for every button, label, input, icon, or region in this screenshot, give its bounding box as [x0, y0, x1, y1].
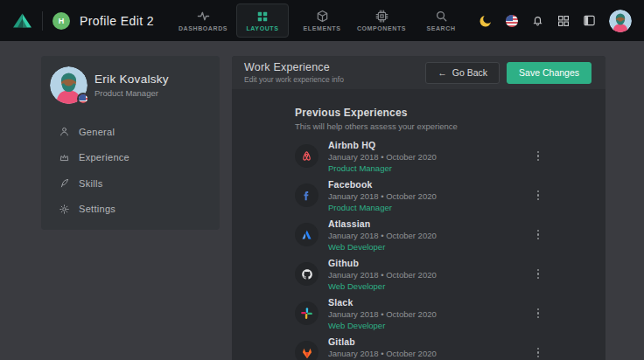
sidebar-item-settings[interactable]: Settings — [59, 197, 209, 223]
company-name: Slack — [328, 297, 437, 308]
experience-period: January 2018 • October 2020 — [328, 309, 437, 319]
crown-icon — [59, 152, 70, 163]
top-navbar: H Profile Edit 2 DASHBOARDS LAYOUTS — [0, 0, 644, 41]
experience-row: Slack January 2018 • October 2020 Web De… — [295, 294, 542, 333]
user-icon — [59, 126, 70, 137]
row-menu-button[interactable] — [534, 305, 543, 322]
company-name: Facebook — [328, 179, 437, 190]
company-logo — [295, 223, 318, 246]
experience-row: Github January 2018 • October 2020 Web D… — [295, 254, 542, 294]
nav-item-layouts[interactable]: LAYOUTS — [236, 3, 289, 38]
nav-item-elements[interactable]: ELEMENTS — [296, 3, 348, 38]
go-back-button[interactable]: ← Go Back — [425, 62, 500, 84]
company-logo — [295, 341, 318, 360]
experience-role: Product Manager — [328, 163, 437, 173]
experience-role: Web Developer — [328, 281, 437, 291]
company-logo — [295, 262, 318, 286]
experience-period: January 2018 • October 2020 — [328, 191, 437, 201]
row-menu-button[interactable] — [534, 344, 543, 360]
airbnb-icon — [300, 149, 313, 163]
sidebar-item-skills[interactable]: Skills — [59, 170, 209, 197]
company-name: Atlassian — [328, 218, 437, 229]
panel-subtitle: Edit your work experience info — [244, 75, 344, 84]
bell-icon[interactable] — [531, 14, 544, 27]
page-title: Profile Edit 2 — [80, 14, 154, 28]
layout-icon[interactable] — [583, 14, 596, 27]
experience-row: Airbnb HQ January 2018 • October 2020 Pr… — [295, 136, 542, 176]
company-name: Gitlab — [328, 336, 437, 347]
company-logo — [295, 301, 318, 325]
apps-icon[interactable] — [557, 15, 570, 27]
nav-item-dashboards[interactable]: DASHBOARDS — [177, 3, 229, 38]
row-menu-button[interactable] — [534, 187, 543, 204]
experience-period: January 2018 • October 2020 — [328, 152, 437, 162]
gitlab-icon — [300, 346, 314, 360]
box-icon — [316, 10, 329, 23]
brand-area: H Profile Edit 2 — [12, 11, 154, 31]
experience-role: Web Developer — [328, 321, 437, 330]
company-logo — [295, 183, 318, 207]
panel-header: Work Experience Edit your work experienc… — [232, 56, 606, 89]
panel-title: Work Experience — [244, 61, 344, 73]
app-logo-icon[interactable] — [12, 12, 32, 29]
sidebar-menu: General Experience Skills — [59, 119, 209, 222]
user-avatar[interactable] — [609, 10, 632, 32]
work-experience-panel: Work Experience Edit your work experienc… — [232, 56, 606, 360]
section-title: Previous Experiences — [295, 107, 606, 119]
moon-icon[interactable] — [479, 14, 493, 28]
github-icon — [300, 267, 314, 281]
cpu-icon — [375, 10, 388, 23]
experience-role: Web Developer — [328, 242, 437, 252]
row-menu-button[interactable] — [534, 148, 543, 165]
experience-period: January 2018 • October 2020 — [328, 270, 437, 280]
experience-list: Airbnb HQ January 2018 • October 2020 Pr… — [295, 136, 542, 360]
us-flag-icon[interactable] — [506, 15, 518, 27]
search-icon — [435, 10, 448, 23]
row-menu-button[interactable] — [534, 226, 543, 244]
sidebar-item-general[interactable]: General — [59, 119, 209, 145]
company-name: Airbnb HQ — [328, 140, 437, 150]
gear-icon — [59, 204, 70, 215]
nav-item-search[interactable]: SEARCH — [415, 3, 467, 38]
workspace-badge[interactable]: H — [52, 12, 70, 30]
grid-icon — [256, 10, 269, 23]
slack-icon — [300, 307, 313, 320]
divider — [42, 11, 43, 31]
facebook-icon — [300, 189, 313, 202]
top-navigation: DASHBOARDS LAYOUTS ELEMENTS — [177, 0, 467, 41]
save-changes-button[interactable]: Save Changes — [507, 62, 592, 84]
section-subtitle: This will help others assess your experi… — [295, 121, 606, 131]
panel-body: Previous Experiences This will help othe… — [232, 89, 606, 360]
sidebar-item-experience[interactable]: Experience — [59, 145, 209, 171]
left-arrow-icon: ← — [438, 67, 447, 78]
row-menu-button[interactable] — [534, 266, 543, 283]
experience-row: Atlassian January 2018 • October 2020 We… — [295, 215, 542, 254]
nav-item-components[interactable]: COMPONENTS — [355, 3, 408, 38]
activity-icon — [197, 10, 210, 23]
topbar-right-controls — [479, 10, 635, 32]
experience-row: Facebook January 2018 • October 2020 Pro… — [295, 176, 542, 215]
profile-sidebar: Erik Kovalsky Product Manager General Ex… — [41, 56, 220, 230]
experience-row: Gitlab January 2018 • October 2020 Web D… — [295, 333, 542, 360]
us-flag-icon — [77, 93, 89, 105]
company-logo — [295, 144, 318, 168]
experience-role: Product Manager — [328, 203, 437, 212]
experience-period: January 2018 • October 2020 — [328, 231, 437, 240]
user-role: Product Manager — [94, 88, 169, 98]
company-name: Github — [328, 258, 437, 268]
user-name: Erik Kovalsky — [94, 73, 169, 86]
experience-period: January 2018 • October 2020 — [328, 349, 437, 358]
profile-summary: Erik Kovalsky Product Manager — [50, 66, 209, 104]
atlassian-icon — [300, 228, 313, 241]
feather-icon — [59, 177, 70, 189]
